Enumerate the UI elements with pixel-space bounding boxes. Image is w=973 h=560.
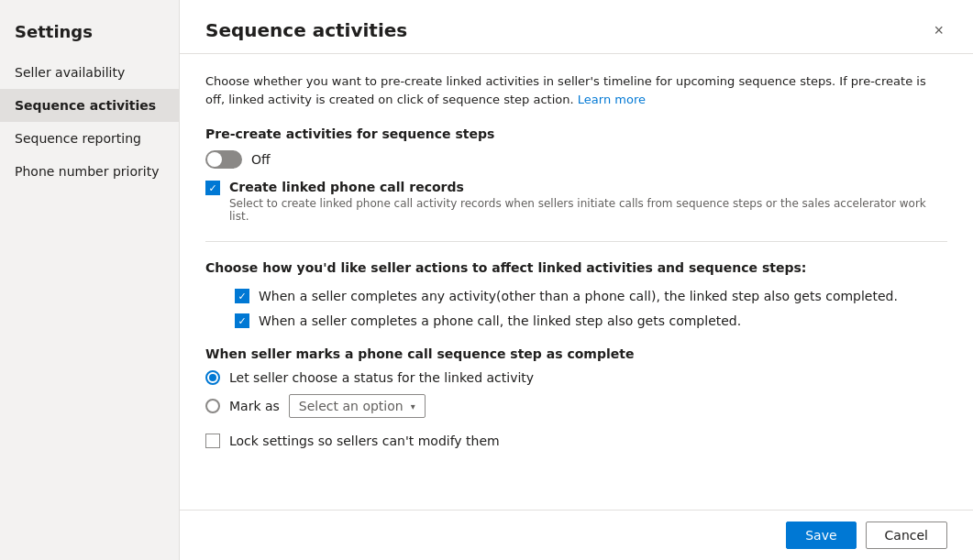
lock-settings-label: Lock settings so sellers can't modify th… bbox=[229, 434, 500, 448]
pre-create-label: Pre-create activities for sequence steps bbox=[205, 126, 947, 141]
sidebar: Settings Seller availability Sequence ac… bbox=[0, 0, 180, 560]
toggle-label: Off bbox=[251, 152, 271, 167]
dropdown-chevron-icon: ▾ bbox=[411, 401, 415, 412]
seller-actions-section: Choose how you'd like seller actions to … bbox=[205, 260, 947, 328]
panel-footer: Save Cancel bbox=[180, 510, 973, 560]
sidebar-item-seller-availability[interactable]: Seller availability bbox=[0, 56, 179, 89]
radio-let-seller-row: Let seller choose a status for the linke… bbox=[205, 370, 947, 385]
pre-create-section: Pre-create activities for sequence steps… bbox=[205, 126, 947, 223]
pre-create-toggle[interactable] bbox=[205, 150, 242, 169]
activity-complete-checkbox[interactable] bbox=[235, 289, 249, 303]
cancel-button[interactable]: Cancel bbox=[866, 522, 947, 549]
sidebar-item-phone-number-priority[interactable]: Phone number priority bbox=[0, 155, 179, 188]
phone-complete-label: When a seller completes a phone call, th… bbox=[259, 313, 741, 328]
activity-complete-label: When a seller completes any activity(oth… bbox=[259, 289, 898, 303]
divider bbox=[205, 241, 947, 242]
panel-title: Sequence activities bbox=[205, 19, 407, 41]
phone-complete-checkbox-row: When a seller completes a phone call, th… bbox=[235, 313, 947, 328]
radio-mark-as[interactable] bbox=[205, 399, 220, 413]
create-phone-label: Create linked phone call records bbox=[229, 180, 947, 194]
lock-settings-checkbox[interactable] bbox=[205, 434, 220, 448]
save-button[interactable]: Save bbox=[786, 522, 856, 549]
create-phone-checkbox[interactable] bbox=[205, 181, 220, 195]
panel-body: Choose whether you want to pre-create li… bbox=[180, 54, 973, 510]
sidebar-title: Settings bbox=[0, 15, 179, 56]
radio-mark-as-label: Mark as bbox=[229, 399, 280, 413]
sidebar-item-sequence-reporting[interactable]: Sequence reporting bbox=[0, 122, 179, 155]
learn-more-link[interactable]: Learn more bbox=[578, 93, 646, 106]
phone-complete-checkbox[interactable] bbox=[235, 313, 249, 328]
phone-call-section: When seller marks a phone call sequence … bbox=[205, 346, 947, 418]
close-button[interactable]: × bbox=[930, 18, 947, 42]
radio-mark-as-row: Mark as Select an option ▾ bbox=[205, 394, 947, 418]
create-phone-sublabel: Select to create linked phone call activ… bbox=[229, 197, 947, 223]
panel-header: Sequence activities × bbox=[180, 0, 973, 54]
panel-description: Choose whether you want to pre-create li… bbox=[205, 72, 947, 108]
phone-call-section-label: When seller marks a phone call sequence … bbox=[205, 346, 947, 361]
dropdown-placeholder: Select an option bbox=[299, 399, 404, 413]
activity-complete-checkbox-row: When a seller completes any activity(oth… bbox=[235, 288, 947, 303]
seller-actions-label: Choose how you'd like seller actions to … bbox=[205, 260, 947, 275]
radio-let-seller-label: Let seller choose a status for the linke… bbox=[229, 370, 534, 385]
lock-settings-row: Lock settings so sellers can't modify th… bbox=[205, 433, 947, 448]
radio-let-seller[interactable] bbox=[205, 370, 220, 385]
main-panel: Sequence activities × Choose whether you… bbox=[180, 0, 973, 560]
toggle-row: Off bbox=[205, 150, 947, 169]
create-phone-checkbox-row: Create linked phone call records Select … bbox=[205, 180, 947, 223]
mark-as-dropdown[interactable]: Select an option ▾ bbox=[289, 394, 426, 418]
sidebar-item-sequence-activities[interactable]: Sequence activities bbox=[0, 89, 179, 122]
